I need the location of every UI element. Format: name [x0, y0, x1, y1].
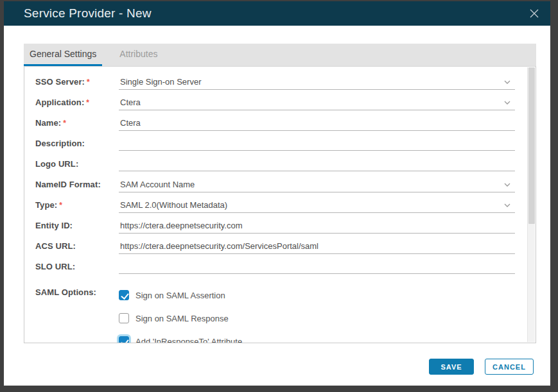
chevron-down-icon: [503, 98, 511, 107]
service-provider-dialog: Service Provider - New General Settings …: [4, 1, 550, 386]
option-label: Add 'InResponseTo' Attribute: [135, 337, 242, 344]
required-asterisk: *: [86, 98, 89, 107]
tab-general-settings[interactable]: General Settings: [24, 44, 102, 66]
tab-attributes-label: Attributes: [119, 49, 157, 59]
tab-general-settings-label: General Settings: [30, 49, 96, 59]
option-sign-on-saml-response: Sign on SAML Response: [119, 307, 515, 330]
application-select[interactable]: Ctera: [119, 94, 515, 110]
checkbox-sign-on-saml-assertion[interactable]: [119, 290, 129, 300]
sso-server-select[interactable]: Single Sign-on Server: [119, 73, 515, 90]
field-row-nameid-format: NameID Format: SAM Account Name: [35, 176, 515, 196]
application-value: Ctera: [120, 98, 141, 107]
field-row-type: Type:* SAML 2.0(Without Metadata): [35, 196, 515, 217]
type-select[interactable]: SAML 2.0(Without Metadata): [119, 196, 515, 213]
saml-options-label: SAML Options:: [35, 284, 119, 297]
vertical-scrollbar[interactable]: [527, 67, 535, 342]
option-label: Sign on SAML Assertion: [135, 291, 225, 300]
type-value: SAML 2.0(Without Metadata): [120, 200, 227, 210]
description-label: Description:: [35, 135, 119, 148]
application-label: Application:*: [35, 94, 119, 107]
field-row-description: Description:: [35, 135, 515, 155]
nameid-format-select[interactable]: SAM Account Name: [119, 176, 515, 192]
dialog-footer: SAVE CANCEL: [429, 359, 534, 375]
label-text: Entity ID:: [35, 221, 73, 230]
tabs-bar: General Settings Attributes: [24, 44, 536, 66]
field-row-slo-url: SLO URL:: [35, 258, 515, 278]
slo-url-label: SLO URL:: [35, 258, 119, 271]
nameid-format-value: SAM Account Name: [120, 180, 195, 189]
name-label: Name:*: [35, 114, 119, 128]
label-text: SSO Server:: [35, 77, 85, 87]
checkbox-sign-on-saml-response[interactable]: [119, 313, 129, 323]
nameid-format-label: NameID Format:: [35, 176, 119, 189]
name-value: Ctera: [120, 118, 141, 128]
slo-url-input[interactable]: [119, 258, 515, 274]
name-input[interactable]: Ctera: [119, 114, 515, 131]
required-asterisk: *: [63, 119, 66, 128]
label-text: Application:: [35, 98, 84, 107]
acs-url-label: ACS URL:: [35, 237, 119, 251]
entity-id-input[interactable]: https://ctera.deepnetsecurity.com: [119, 217, 515, 234]
chevron-down-icon: [503, 180, 511, 189]
required-asterisk: *: [87, 78, 90, 87]
option-add-inresponseto-attribute: Add 'InResponseTo' Attribute: [119, 330, 515, 343]
label-text: ACS URL:: [35, 241, 76, 251]
chevron-down-icon: [503, 200, 511, 210]
entity-id-label: Entity ID:: [35, 217, 119, 230]
field-row-entity-id: Entity ID: https://ctera.deepnetsecurity…: [35, 217, 515, 237]
dialog-title: Service Provider - New: [24, 6, 152, 21]
saml-options-list: Sign on SAML Assertion Sign on SAML Resp…: [119, 284, 515, 343]
option-sign-on-saml-assertion: Sign on SAML Assertion: [119, 284, 515, 307]
acs-url-input[interactable]: https://ctera.deepnetsecurity.com/Servic…: [119, 237, 515, 254]
scrollbar-thumb[interactable]: [528, 67, 535, 224]
tab-attributes[interactable]: Attributes: [114, 44, 163, 66]
chevron-down-icon: [503, 77, 511, 87]
required-asterisk: *: [59, 201, 62, 210]
label-text: SLO URL:: [35, 262, 75, 271]
label-text: NameID Format:: [35, 180, 101, 189]
type-label: Type:*: [35, 196, 119, 210]
dialog-header: Service Provider - New: [4, 1, 550, 26]
logo-url-label: Logo URL:: [35, 155, 119, 169]
field-row-sso-server: SSO Server:* Single Sign-on Server: [35, 73, 515, 94]
sso-server-label: SSO Server:*: [35, 73, 119, 87]
field-row-application: Application:* Ctera: [35, 94, 515, 114]
acs-url-value: https://ctera.deepnetsecurity.com/Servic…: [120, 241, 318, 251]
entity-id-value: https://ctera.deepnetsecurity.com: [120, 221, 243, 230]
cancel-button[interactable]: CANCEL: [485, 359, 534, 375]
sso-server-value: Single Sign-on Server: [120, 77, 201, 87]
label-text: Description:: [35, 139, 85, 148]
general-settings-form: SSO Server:* Single Sign-on Server Appli…: [24, 67, 536, 343]
saml-options-group: SAML Options: Sign on SAML Assertion Sig…: [35, 284, 515, 343]
option-label: Sign on SAML Response: [135, 314, 229, 323]
logo-url-input[interactable]: [119, 155, 515, 171]
save-button[interactable]: SAVE: [429, 359, 474, 375]
field-row-acs-url: ACS URL: https://ctera.deepnetsecurity.c…: [35, 237, 515, 258]
close-icon[interactable]: [527, 6, 541, 21]
label-text: Name:: [35, 118, 61, 128]
label-text: Logo URL:: [35, 159, 78, 169]
field-row-name: Name:* Ctera: [35, 114, 515, 135]
field-row-logo-url: Logo URL:: [35, 155, 515, 176]
checkbox-add-inresponseto-attribute[interactable]: [119, 336, 129, 343]
label-text: Type:: [35, 200, 57, 210]
form-panel: SSO Server:* Single Sign-on Server Appli…: [24, 66, 536, 343]
description-input[interactable]: [119, 135, 515, 151]
